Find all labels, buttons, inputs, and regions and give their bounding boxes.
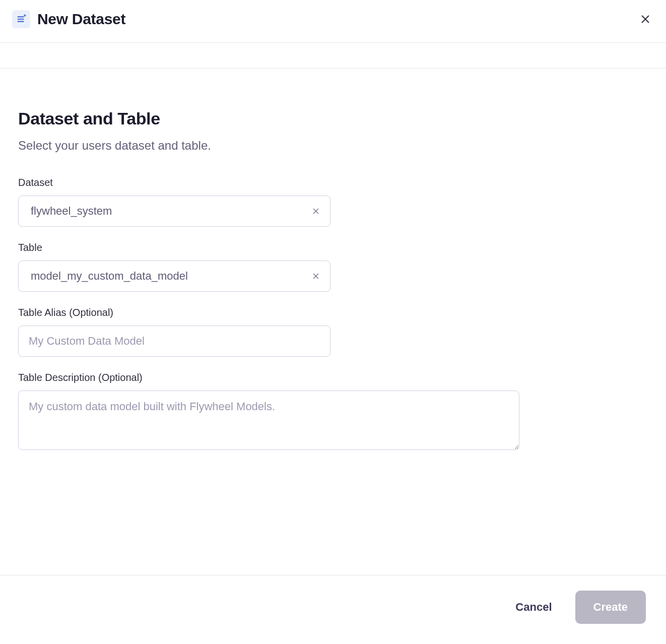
dialog-header-left: New Dataset	[12, 10, 125, 28]
cancel-button[interactable]: Cancel	[512, 596, 555, 619]
dialog-title: New Dataset	[37, 11, 125, 28]
table-select[interactable]	[18, 261, 330, 292]
close-icon	[311, 272, 320, 281]
section-title: Dataset and Table	[18, 109, 648, 128]
table-select-wrap	[18, 261, 330, 292]
dataset-label: Dataset	[18, 177, 648, 188]
dataset-field: Dataset	[18, 177, 648, 227]
divider	[0, 42, 666, 43]
dataset-clear-button[interactable]	[308, 204, 323, 219]
table-alias-field: Table Alias (Optional)	[18, 307, 648, 357]
table-field: Table	[18, 242, 648, 292]
table-clear-button[interactable]	[308, 269, 323, 284]
dialog-header: New Dataset	[12, 10, 654, 42]
dataset-icon	[12, 10, 30, 28]
table-alias-input[interactable]	[18, 326, 330, 357]
form-section: Dataset and Table Select your users data…	[12, 69, 654, 467]
table-alias-label: Table Alias (Optional)	[18, 307, 648, 318]
dialog-footer: Cancel Create	[0, 575, 666, 644]
spacer	[12, 467, 654, 575]
new-dataset-dialog: New Dataset Dataset and Table Select you…	[0, 0, 666, 644]
table-description-label: Table Description (Optional)	[18, 372, 648, 383]
close-button[interactable]	[637, 11, 654, 28]
table-description-field: Table Description (Optional)	[18, 372, 648, 452]
create-button[interactable]: Create	[575, 591, 646, 624]
table-description-input[interactable]	[18, 391, 519, 450]
table-label: Table	[18, 242, 648, 253]
close-icon	[640, 14, 651, 25]
dataset-select-wrap	[18, 196, 330, 227]
dataset-select[interactable]	[18, 196, 330, 227]
section-subtitle: Select your users dataset and table.	[18, 139, 648, 153]
close-icon	[311, 207, 320, 216]
